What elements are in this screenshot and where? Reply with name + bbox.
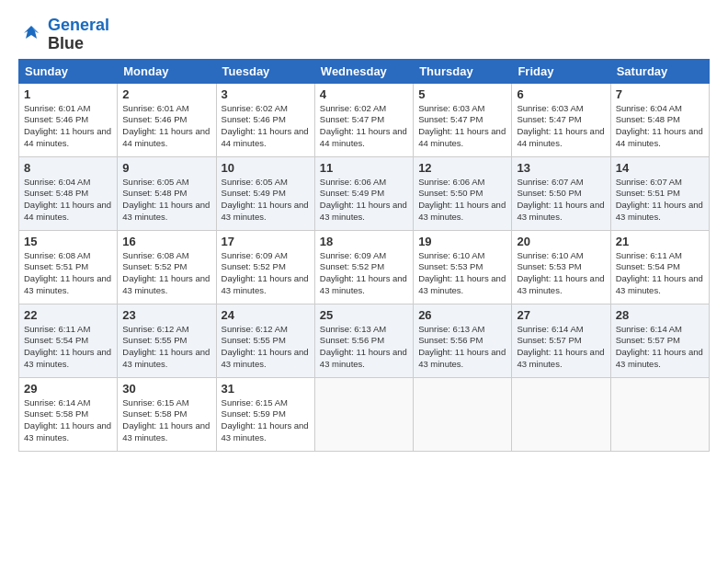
- calendar-empty-cell: [314, 377, 413, 451]
- day-info: Sunrise: 6:01 AMSunset: 5:46 PMDaylight:…: [122, 103, 210, 150]
- calendar-day-cell: 24Sunrise: 6:12 AMSunset: 5:55 PMDayligh…: [216, 304, 314, 377]
- calendar-week-row: 15Sunrise: 6:08 AMSunset: 5:51 PMDayligh…: [19, 230, 710, 304]
- day-number: 11: [320, 161, 408, 175]
- calendar-day-cell: 6Sunrise: 6:03 AMSunset: 5:47 PMDaylight…: [512, 83, 610, 156]
- calendar-day-cell: 11Sunrise: 6:06 AMSunset: 5:49 PMDayligh…: [314, 156, 413, 230]
- day-info: Sunrise: 6:04 AMSunset: 5:48 PMDaylight:…: [616, 103, 704, 150]
- day-number: 29: [24, 382, 112, 396]
- logo-icon: [18, 22, 44, 48]
- calendar-week-row: 8Sunrise: 6:04 AMSunset: 5:48 PMDaylight…: [19, 156, 710, 230]
- calendar-day-cell: 3Sunrise: 6:02 AMSunset: 5:46 PMDaylight…: [216, 83, 314, 156]
- page-container: GeneralBlue SundayMondayTuesdayWednesday…: [0, 0, 728, 461]
- calendar-day-cell: 8Sunrise: 6:04 AMSunset: 5:48 PMDaylight…: [19, 156, 118, 230]
- day-number: 21: [616, 235, 704, 248]
- day-number: 26: [418, 308, 506, 322]
- day-number: 6: [517, 87, 605, 101]
- day-number: 24: [222, 308, 310, 322]
- day-info: Sunrise: 6:09 AMSunset: 5:52 PMDaylight:…: [222, 250, 310, 297]
- calendar-day-cell: 13Sunrise: 6:07 AMSunset: 5:50 PMDayligh…: [512, 156, 610, 230]
- day-info: Sunrise: 6:07 AMSunset: 5:50 PMDaylight:…: [517, 177, 605, 224]
- day-number: 22: [24, 308, 112, 322]
- day-header-saturday: Saturday: [610, 59, 709, 83]
- calendar-week-row: 22Sunrise: 6:11 AMSunset: 5:54 PMDayligh…: [19, 304, 710, 377]
- day-info: Sunrise: 6:11 AMSunset: 5:54 PMDaylight:…: [616, 250, 704, 297]
- day-number: 10: [222, 161, 310, 175]
- calendar-day-cell: 10Sunrise: 6:05 AMSunset: 5:49 PMDayligh…: [216, 156, 314, 230]
- calendar-day-cell: 4Sunrise: 6:02 AMSunset: 5:47 PMDaylight…: [314, 83, 413, 156]
- day-number: 7: [616, 87, 704, 101]
- calendar-day-cell: 12Sunrise: 6:06 AMSunset: 5:50 PMDayligh…: [414, 156, 512, 230]
- calendar-empty-cell: [512, 377, 610, 451]
- day-info: Sunrise: 6:08 AMSunset: 5:52 PMDaylight:…: [122, 250, 210, 297]
- calendar-day-cell: 25Sunrise: 6:13 AMSunset: 5:56 PMDayligh…: [314, 304, 413, 377]
- day-info: Sunrise: 6:12 AMSunset: 5:55 PMDaylight:…: [122, 324, 210, 371]
- day-number: 5: [418, 87, 506, 101]
- day-info: Sunrise: 6:04 AMSunset: 5:48 PMDaylight:…: [24, 177, 112, 224]
- day-number: 12: [418, 161, 506, 175]
- calendar-day-cell: 5Sunrise: 6:03 AMSunset: 5:47 PMDaylight…: [414, 83, 512, 156]
- day-header-friday: Friday: [512, 59, 610, 83]
- calendar-day-cell: 16Sunrise: 6:08 AMSunset: 5:52 PMDayligh…: [118, 230, 216, 304]
- calendar-day-cell: 1Sunrise: 6:01 AMSunset: 5:46 PMDaylight…: [19, 83, 118, 156]
- day-info: Sunrise: 6:02 AMSunset: 5:46 PMDaylight:…: [222, 103, 310, 150]
- day-number: 8: [24, 161, 112, 175]
- svg-marker-0: [24, 26, 39, 39]
- day-header-sunday: Sunday: [19, 59, 118, 83]
- day-header-tuesday: Tuesday: [216, 59, 314, 83]
- calendar-day-cell: 2Sunrise: 6:01 AMSunset: 5:46 PMDaylight…: [118, 83, 216, 156]
- day-number: 2: [122, 87, 210, 101]
- day-info: Sunrise: 6:01 AMSunset: 5:46 PMDaylight:…: [24, 103, 112, 150]
- day-number: 1: [24, 87, 112, 101]
- day-info: Sunrise: 6:14 AMSunset: 5:57 PMDaylight:…: [517, 324, 605, 371]
- calendar-day-cell: 26Sunrise: 6:13 AMSunset: 5:56 PMDayligh…: [414, 304, 512, 377]
- day-info: Sunrise: 6:12 AMSunset: 5:55 PMDaylight:…: [222, 324, 310, 371]
- day-info: Sunrise: 6:05 AMSunset: 5:49 PMDaylight:…: [222, 177, 310, 224]
- calendar-header-row: SundayMondayTuesdayWednesdayThursdayFrid…: [19, 59, 710, 83]
- day-number: 16: [122, 235, 210, 248]
- calendar-day-cell: 22Sunrise: 6:11 AMSunset: 5:54 PMDayligh…: [19, 304, 118, 377]
- day-info: Sunrise: 6:06 AMSunset: 5:50 PMDaylight:…: [418, 177, 506, 224]
- calendar-body: 1Sunrise: 6:01 AMSunset: 5:46 PMDaylight…: [19, 83, 710, 451]
- day-number: 3: [222, 87, 310, 101]
- day-number: 19: [418, 235, 506, 248]
- day-info: Sunrise: 6:10 AMSunset: 5:53 PMDaylight:…: [418, 250, 506, 297]
- day-number: 23: [122, 308, 210, 322]
- day-number: 9: [122, 161, 210, 175]
- day-number: 13: [517, 161, 605, 175]
- calendar-day-cell: 29Sunrise: 6:14 AMSunset: 5:58 PMDayligh…: [19, 377, 118, 451]
- day-info: Sunrise: 6:06 AMSunset: 5:49 PMDaylight:…: [320, 177, 408, 224]
- calendar-day-cell: 30Sunrise: 6:15 AMSunset: 5:58 PMDayligh…: [118, 377, 216, 451]
- day-info: Sunrise: 6:13 AMSunset: 5:56 PMDaylight:…: [418, 324, 506, 371]
- calendar-day-cell: 23Sunrise: 6:12 AMSunset: 5:55 PMDayligh…: [118, 304, 216, 377]
- calendar-day-cell: 7Sunrise: 6:04 AMSunset: 5:48 PMDaylight…: [610, 83, 709, 156]
- day-info: Sunrise: 6:15 AMSunset: 5:59 PMDaylight:…: [222, 397, 310, 444]
- calendar-day-cell: 15Sunrise: 6:08 AMSunset: 5:51 PMDayligh…: [19, 230, 118, 304]
- logo-text: GeneralBlue: [48, 17, 109, 53]
- day-header-thursday: Thursday: [414, 59, 512, 83]
- calendar-day-cell: 28Sunrise: 6:14 AMSunset: 5:57 PMDayligh…: [610, 304, 709, 377]
- day-number: 18: [320, 235, 408, 248]
- calendar-day-cell: 19Sunrise: 6:10 AMSunset: 5:53 PMDayligh…: [414, 230, 512, 304]
- calendar-day-cell: 17Sunrise: 6:09 AMSunset: 5:52 PMDayligh…: [216, 230, 314, 304]
- day-info: Sunrise: 6:15 AMSunset: 5:58 PMDaylight:…: [122, 397, 210, 444]
- day-number: 30: [122, 382, 210, 396]
- day-number: 20: [517, 235, 605, 248]
- day-info: Sunrise: 6:11 AMSunset: 5:54 PMDaylight:…: [24, 324, 112, 371]
- calendar-day-cell: 20Sunrise: 6:10 AMSunset: 5:53 PMDayligh…: [512, 230, 610, 304]
- calendar-day-cell: 9Sunrise: 6:05 AMSunset: 5:48 PMDaylight…: [118, 156, 216, 230]
- day-info: Sunrise: 6:03 AMSunset: 5:47 PMDaylight:…: [418, 103, 506, 150]
- calendar-empty-cell: [610, 377, 709, 451]
- day-number: 28: [616, 308, 704, 322]
- day-info: Sunrise: 6:10 AMSunset: 5:53 PMDaylight:…: [517, 250, 605, 297]
- day-number: 4: [320, 87, 408, 101]
- calendar-day-cell: 27Sunrise: 6:14 AMSunset: 5:57 PMDayligh…: [512, 304, 610, 377]
- calendar-day-cell: 21Sunrise: 6:11 AMSunset: 5:54 PMDayligh…: [610, 230, 709, 304]
- calendar-table: SundayMondayTuesdayWednesdayThursdayFrid…: [18, 59, 710, 452]
- day-number: 15: [24, 235, 112, 248]
- calendar-day-cell: 18Sunrise: 6:09 AMSunset: 5:52 PMDayligh…: [314, 230, 413, 304]
- day-number: 25: [320, 308, 408, 322]
- day-number: 17: [222, 235, 310, 248]
- day-number: 27: [517, 308, 605, 322]
- page-header: GeneralBlue: [18, 17, 710, 53]
- day-info: Sunrise: 6:03 AMSunset: 5:47 PMDaylight:…: [517, 103, 605, 150]
